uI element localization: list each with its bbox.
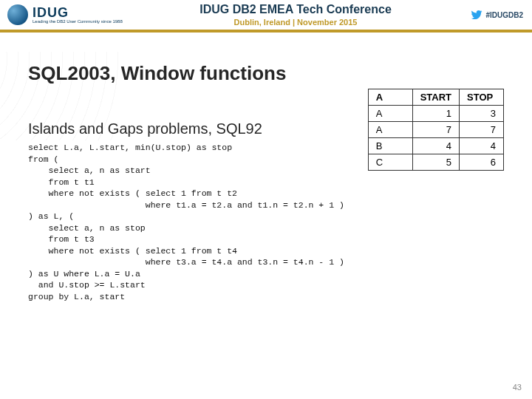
table-cell: 5 (412, 154, 459, 171)
table-cell: 1 (412, 106, 459, 122)
conference-subtitle: Dublin, Ireland | November 2015 (148, 18, 443, 27)
logo-main: IDUG (33, 6, 123, 19)
table-cell: C (368, 154, 412, 171)
table-row: A 1 3 (368, 106, 503, 122)
table-header-cell: START (412, 89, 459, 106)
hashtag-block: #IDUGDB2 (443, 9, 532, 21)
table-row: A 7 7 (368, 122, 503, 138)
logo-sub: Leading the DB2 User Community since 198… (33, 19, 123, 24)
result-table: A START STOP A 1 3 A 7 7 B 4 4 C 5 6 (368, 89, 504, 171)
table-header-cell: STOP (460, 89, 504, 106)
conference-title: IDUG DB2 EMEA Tech Conference (200, 3, 392, 16)
logo-text-block: IDUG Leading the DB2 User Community sinc… (33, 6, 123, 24)
table-cell: 4 (412, 138, 459, 154)
top-bar: IDUG Leading the DB2 User Community sinc… (0, 0, 532, 33)
hashtag-text: #IDUGDB2 (485, 11, 523, 19)
table-cell: A (368, 106, 412, 122)
slide: IDUG Leading the DB2 User Community sinc… (0, 0, 532, 399)
table-row: B 4 4 (368, 138, 503, 154)
table-cell: 7 (412, 122, 459, 138)
table-cell: B (368, 138, 412, 154)
table-cell: A (368, 122, 412, 138)
logo-block: IDUG Leading the DB2 User Community sinc… (0, 4, 148, 25)
page-number: 43 (513, 383, 522, 392)
table-cell: 6 (460, 154, 504, 171)
twitter-bird-icon (471, 9, 482, 21)
table-header-row: A START STOP (368, 89, 503, 106)
logo-globe-icon (7, 4, 28, 25)
table-cell: 7 (460, 122, 504, 138)
page-title: SQL2003, Window functions (28, 62, 504, 85)
table-header-cell: A (368, 89, 412, 106)
table-row: C 5 6 (368, 154, 503, 171)
conference-title-block: IDUG DB2 EMEA Tech Conference Dublin, Ir… (148, 3, 443, 27)
table-cell: 4 (460, 138, 504, 154)
table-cell: 3 (460, 106, 504, 122)
